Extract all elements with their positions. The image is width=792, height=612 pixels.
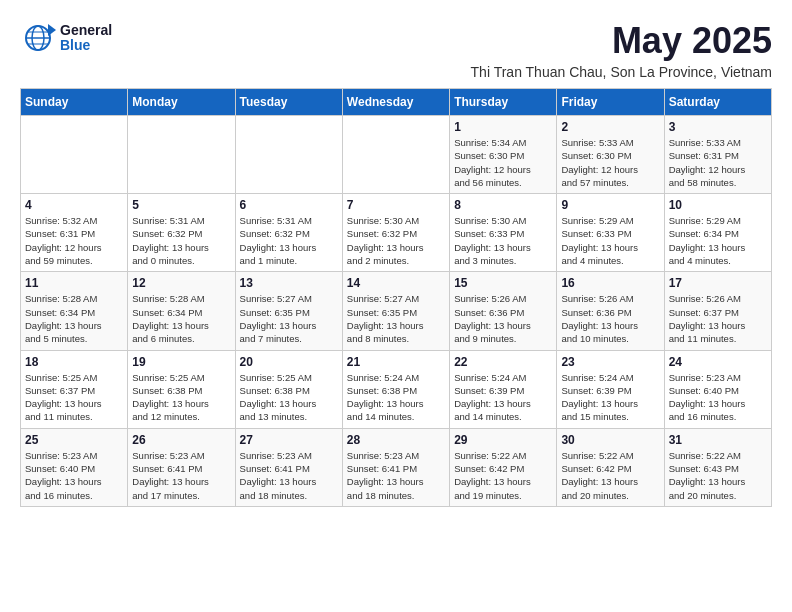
location-subtitle: Thi Tran Thuan Chau, Son La Province, Vi… — [471, 64, 772, 80]
day-info: Sunrise: 5:27 AM Sunset: 6:35 PM Dayligh… — [347, 292, 445, 345]
day-number: 23 — [561, 355, 659, 369]
day-info: Sunrise: 5:24 AM Sunset: 6:39 PM Dayligh… — [561, 371, 659, 424]
calendar-header-tuesday: Tuesday — [235, 89, 342, 116]
day-info: Sunrise: 5:29 AM Sunset: 6:33 PM Dayligh… — [561, 214, 659, 267]
calendar-cell: 3Sunrise: 5:33 AM Sunset: 6:31 PM Daylig… — [664, 116, 771, 194]
calendar-table: SundayMondayTuesdayWednesdayThursdayFrid… — [20, 88, 772, 507]
day-number: 22 — [454, 355, 552, 369]
day-number: 9 — [561, 198, 659, 212]
month-title: May 2025 — [471, 20, 772, 62]
day-number: 10 — [669, 198, 767, 212]
day-number: 25 — [25, 433, 123, 447]
day-info: Sunrise: 5:22 AM Sunset: 6:43 PM Dayligh… — [669, 449, 767, 502]
day-number: 20 — [240, 355, 338, 369]
day-number: 19 — [132, 355, 230, 369]
calendar-week-2: 4Sunrise: 5:32 AM Sunset: 6:31 PM Daylig… — [21, 194, 772, 272]
calendar-cell: 17Sunrise: 5:26 AM Sunset: 6:37 PM Dayli… — [664, 272, 771, 350]
day-number: 31 — [669, 433, 767, 447]
day-info: Sunrise: 5:23 AM Sunset: 6:41 PM Dayligh… — [347, 449, 445, 502]
calendar-cell: 24Sunrise: 5:23 AM Sunset: 6:40 PM Dayli… — [664, 350, 771, 428]
day-info: Sunrise: 5:28 AM Sunset: 6:34 PM Dayligh… — [25, 292, 123, 345]
day-info: Sunrise: 5:26 AM Sunset: 6:36 PM Dayligh… — [454, 292, 552, 345]
calendar-cell: 4Sunrise: 5:32 AM Sunset: 6:31 PM Daylig… — [21, 194, 128, 272]
day-number: 27 — [240, 433, 338, 447]
day-number: 12 — [132, 276, 230, 290]
calendar-cell: 7Sunrise: 5:30 AM Sunset: 6:32 PM Daylig… — [342, 194, 449, 272]
day-info: Sunrise: 5:31 AM Sunset: 6:32 PM Dayligh… — [240, 214, 338, 267]
logo: General Blue — [20, 20, 112, 56]
calendar-cell: 25Sunrise: 5:23 AM Sunset: 6:40 PM Dayli… — [21, 428, 128, 506]
day-info: Sunrise: 5:32 AM Sunset: 6:31 PM Dayligh… — [25, 214, 123, 267]
calendar-cell: 11Sunrise: 5:28 AM Sunset: 6:34 PM Dayli… — [21, 272, 128, 350]
day-info: Sunrise: 5:31 AM Sunset: 6:32 PM Dayligh… — [132, 214, 230, 267]
day-number: 6 — [240, 198, 338, 212]
day-info: Sunrise: 5:24 AM Sunset: 6:38 PM Dayligh… — [347, 371, 445, 424]
day-number: 28 — [347, 433, 445, 447]
calendar-cell — [342, 116, 449, 194]
calendar-cell: 21Sunrise: 5:24 AM Sunset: 6:38 PM Dayli… — [342, 350, 449, 428]
day-info: Sunrise: 5:23 AM Sunset: 6:41 PM Dayligh… — [132, 449, 230, 502]
day-info: Sunrise: 5:26 AM Sunset: 6:36 PM Dayligh… — [561, 292, 659, 345]
day-number: 30 — [561, 433, 659, 447]
day-number: 3 — [669, 120, 767, 134]
calendar-cell: 12Sunrise: 5:28 AM Sunset: 6:34 PM Dayli… — [128, 272, 235, 350]
title-block: May 2025 Thi Tran Thuan Chau, Son La Pro… — [471, 20, 772, 80]
calendar-header-monday: Monday — [128, 89, 235, 116]
page-header: General Blue May 2025 Thi Tran Thuan Cha… — [20, 20, 772, 80]
day-info: Sunrise: 5:25 AM Sunset: 6:38 PM Dayligh… — [132, 371, 230, 424]
day-info: Sunrise: 5:33 AM Sunset: 6:31 PM Dayligh… — [669, 136, 767, 189]
day-info: Sunrise: 5:29 AM Sunset: 6:34 PM Dayligh… — [669, 214, 767, 267]
day-number: 7 — [347, 198, 445, 212]
calendar-cell: 2Sunrise: 5:33 AM Sunset: 6:30 PM Daylig… — [557, 116, 664, 194]
day-info: Sunrise: 5:24 AM Sunset: 6:39 PM Dayligh… — [454, 371, 552, 424]
calendar-cell: 16Sunrise: 5:26 AM Sunset: 6:36 PM Dayli… — [557, 272, 664, 350]
day-number: 4 — [25, 198, 123, 212]
calendar-cell: 31Sunrise: 5:22 AM Sunset: 6:43 PM Dayli… — [664, 428, 771, 506]
day-info: Sunrise: 5:30 AM Sunset: 6:32 PM Dayligh… — [347, 214, 445, 267]
logo-icon — [20, 20, 56, 56]
day-number: 11 — [25, 276, 123, 290]
calendar-cell — [235, 116, 342, 194]
logo-blue: Blue — [60, 38, 112, 53]
calendar-cell: 29Sunrise: 5:22 AM Sunset: 6:42 PM Dayli… — [450, 428, 557, 506]
calendar-cell: 27Sunrise: 5:23 AM Sunset: 6:41 PM Dayli… — [235, 428, 342, 506]
calendar-cell: 22Sunrise: 5:24 AM Sunset: 6:39 PM Dayli… — [450, 350, 557, 428]
day-number: 13 — [240, 276, 338, 290]
calendar-cell: 23Sunrise: 5:24 AM Sunset: 6:39 PM Dayli… — [557, 350, 664, 428]
day-info: Sunrise: 5:28 AM Sunset: 6:34 PM Dayligh… — [132, 292, 230, 345]
day-info: Sunrise: 5:30 AM Sunset: 6:33 PM Dayligh… — [454, 214, 552, 267]
calendar-cell: 13Sunrise: 5:27 AM Sunset: 6:35 PM Dayli… — [235, 272, 342, 350]
calendar-cell: 1Sunrise: 5:34 AM Sunset: 6:30 PM Daylig… — [450, 116, 557, 194]
day-number: 2 — [561, 120, 659, 134]
day-info: Sunrise: 5:23 AM Sunset: 6:40 PM Dayligh… — [25, 449, 123, 502]
calendar-header-saturday: Saturday — [664, 89, 771, 116]
calendar-header-friday: Friday — [557, 89, 664, 116]
calendar-week-4: 18Sunrise: 5:25 AM Sunset: 6:37 PM Dayli… — [21, 350, 772, 428]
day-number: 8 — [454, 198, 552, 212]
day-info: Sunrise: 5:33 AM Sunset: 6:30 PM Dayligh… — [561, 136, 659, 189]
day-number: 17 — [669, 276, 767, 290]
day-info: Sunrise: 5:22 AM Sunset: 6:42 PM Dayligh… — [454, 449, 552, 502]
calendar-cell — [21, 116, 128, 194]
day-info: Sunrise: 5:23 AM Sunset: 6:41 PM Dayligh… — [240, 449, 338, 502]
calendar-header-sunday: Sunday — [21, 89, 128, 116]
calendar-cell: 14Sunrise: 5:27 AM Sunset: 6:35 PM Dayli… — [342, 272, 449, 350]
logo-text: General Blue — [60, 23, 112, 54]
calendar-body: 1Sunrise: 5:34 AM Sunset: 6:30 PM Daylig… — [21, 116, 772, 507]
calendar-cell — [128, 116, 235, 194]
calendar-cell: 5Sunrise: 5:31 AM Sunset: 6:32 PM Daylig… — [128, 194, 235, 272]
calendar-cell: 10Sunrise: 5:29 AM Sunset: 6:34 PM Dayli… — [664, 194, 771, 272]
day-info: Sunrise: 5:25 AM Sunset: 6:37 PM Dayligh… — [25, 371, 123, 424]
day-number: 16 — [561, 276, 659, 290]
day-number: 14 — [347, 276, 445, 290]
day-number: 24 — [669, 355, 767, 369]
day-info: Sunrise: 5:22 AM Sunset: 6:42 PM Dayligh… — [561, 449, 659, 502]
day-number: 1 — [454, 120, 552, 134]
calendar-cell: 9Sunrise: 5:29 AM Sunset: 6:33 PM Daylig… — [557, 194, 664, 272]
logo-general: General — [60, 23, 112, 38]
day-number: 15 — [454, 276, 552, 290]
day-number: 29 — [454, 433, 552, 447]
day-number: 18 — [25, 355, 123, 369]
calendar-cell: 20Sunrise: 5:25 AM Sunset: 6:38 PM Dayli… — [235, 350, 342, 428]
calendar-header-wednesday: Wednesday — [342, 89, 449, 116]
